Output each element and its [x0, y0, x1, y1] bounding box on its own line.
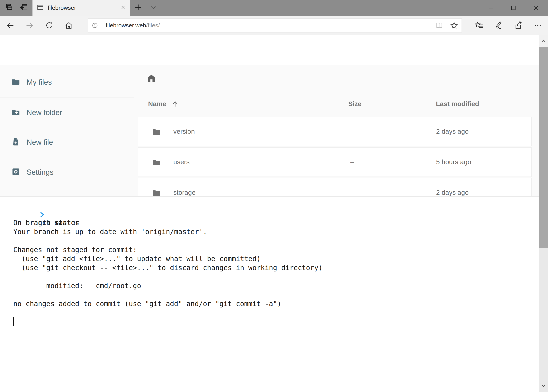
sidebar-item-settings[interactable]: Settings [0, 161, 134, 183]
browser-window: filebrowser [0, 0, 548, 392]
add-favorite-star-icon[interactable] [447, 19, 462, 32]
ellipsis-icon [533, 21, 542, 31]
sidebar-item-label: Settings [27, 168, 53, 176]
tab-title: filebrowser [48, 5, 120, 11]
folder-icon [11, 77, 20, 87]
browser-tab[interactable]: filebrowser [33, 0, 130, 16]
file-row-storage[interactable]: storage – 2 days ago [138, 178, 532, 196]
column-header-name[interactable]: Name [148, 100, 179, 108]
chevron-up-icon [541, 39, 547, 43]
url-path: /files/ [146, 22, 160, 28]
url-text: filebrowser.web/files/ [106, 22, 160, 29]
file-size: – [350, 189, 354, 196]
terminal-output-line: Changes not staged for commit: [0, 245, 539, 254]
file-name: version [173, 128, 195, 135]
reading-view-icon[interactable] [432, 19, 447, 32]
page-scrollbar[interactable] [539, 35, 548, 392]
terminal-output-line [0, 236, 539, 245]
address-separator [102, 21, 102, 30]
divider [138, 94, 538, 94]
terminal-output-line [0, 272, 539, 281]
sidebar-item-label: New folder [27, 108, 62, 117]
url-host: filebrowser.web [106, 22, 146, 28]
file-row-version[interactable]: version – 2 days ago [138, 117, 532, 146]
minimize-button[interactable] [481, 0, 501, 16]
plus-icon [134, 4, 142, 12]
address-bar[interactable]: filebrowser.web/files/ [88, 18, 462, 33]
folder-icon [152, 188, 161, 196]
sidebar-item-label: New file [27, 138, 53, 147]
terminal-output-line: modified: cmd/root.go [0, 281, 539, 290]
file-modified: 5 hours ago [436, 158, 471, 166]
terminal-output-line: (use "git checkout -- <file>..." to disc… [0, 263, 539, 272]
share-icon [513, 21, 523, 31]
set-tabs-aside-icon [19, 3, 28, 13]
tabs-preview-button[interactable] [2, 0, 15, 16]
site-info-icon[interactable] [88, 21, 102, 29]
column-header-label: Last modified [436, 100, 479, 108]
file-name: users [173, 158, 190, 166]
back-button[interactable] [2, 16, 18, 35]
file-size: – [350, 158, 354, 166]
sort-ascending-icon [171, 100, 179, 108]
sidebar-item-new-file[interactable]: New file [0, 131, 134, 153]
chevron-down-icon [541, 384, 547, 388]
file-modified: 2 days ago [436, 128, 469, 135]
sidebar-divider [0, 97, 134, 98]
folder-icon [152, 127, 161, 137]
column-header-modified[interactable]: Last modified [436, 100, 479, 108]
browser-navbar: filebrowser.web/files/ [0, 16, 548, 35]
sidebar-item-new-folder[interactable]: New folder [0, 102, 134, 124]
scrollbar-up-button[interactable] [539, 35, 548, 47]
new-file-icon [11, 137, 20, 147]
web-note-button[interactable] [490, 16, 507, 35]
scrollbar-thumb[interactable] [539, 47, 548, 248]
terminal-panel[interactable]: git status On branch master Your branch … [0, 196, 539, 392]
file-name: storage [173, 189, 195, 196]
share-button[interactable] [510, 16, 527, 35]
sidebar-divider [0, 157, 134, 157]
window-close-button[interactable] [526, 0, 546, 16]
chevron-down-icon [149, 4, 157, 12]
more-options-button[interactable] [529, 16, 546, 35]
terminal-prompt-icon [7, 202, 45, 229]
terminal-output-line: no changes added to commit (use "git add… [0, 299, 539, 308]
terminal-output-line [0, 290, 539, 299]
tabs-preview-icon [4, 3, 13, 13]
set-tabs-aside-button[interactable] [17, 0, 30, 16]
create-new-folder-icon [11, 108, 20, 117]
file-row-users[interactable]: users – 5 hours ago [138, 147, 532, 177]
home-icon [146, 73, 157, 83]
home-button[interactable] [61, 16, 77, 35]
titlebar: filebrowser [0, 0, 548, 16]
scrollbar-down-button[interactable] [539, 380, 548, 392]
filebrowser-content: My files New folder New file [0, 65, 548, 196]
hub-star-icon [474, 21, 484, 31]
terminal-cursor [13, 317, 14, 326]
column-header-size[interactable]: Size [348, 100, 361, 108]
terminal-output-line: (use "git add <file>..." to update what … [0, 254, 539, 263]
forward-button[interactable] [22, 16, 38, 35]
folder-icon [152, 158, 161, 168]
tab-list-button[interactable] [146, 0, 160, 16]
settings-icon [11, 167, 20, 177]
terminal-command-line: git status [0, 200, 539, 209]
favorites-hub-button[interactable] [471, 16, 487, 35]
breadcrumb-home-button[interactable] [146, 73, 157, 83]
terminal-output-line: On branch master [0, 218, 539, 227]
refresh-button[interactable] [42, 16, 57, 35]
pen-icon [494, 21, 503, 31]
tab-close-button[interactable] [120, 5, 126, 11]
maximize-button[interactable] [503, 0, 524, 16]
new-tab-button[interactable] [132, 0, 145, 16]
filebrowser-header: Search... [0, 35, 548, 65]
sidebar-item-my-files[interactable]: My files [0, 71, 134, 93]
column-header-label: Name [148, 100, 166, 108]
sidebar-item-label: My files [27, 78, 52, 86]
tab-favicon [37, 4, 44, 12]
file-size: – [350, 128, 354, 135]
terminal-output-line: Your branch is up to date with 'origin/m… [0, 227, 539, 236]
terminal-cursor-line [0, 317, 539, 326]
terminal-output-line [0, 209, 539, 218]
column-header-label: Size [348, 100, 361, 108]
